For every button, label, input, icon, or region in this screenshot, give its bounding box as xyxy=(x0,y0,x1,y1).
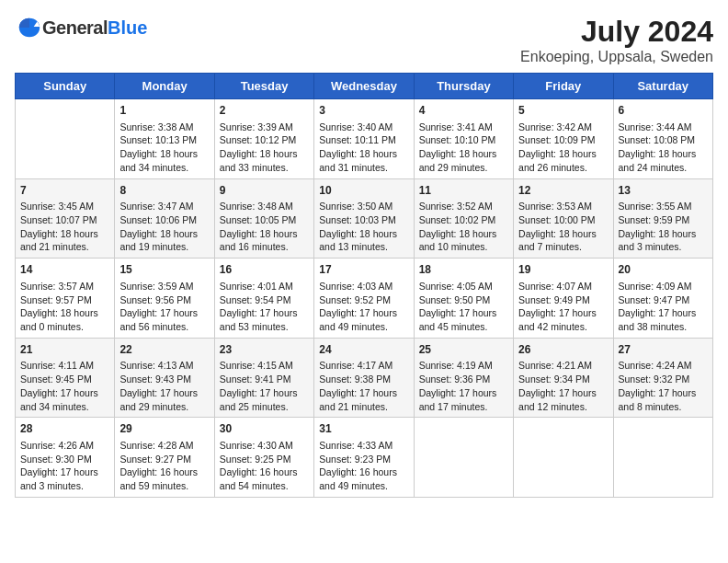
daylight-text: Daylight: 17 hours and 42 minutes. xyxy=(518,306,608,333)
sunset-text: Sunset: 9:49 PM xyxy=(518,293,608,307)
sunrise-text: Sunrise: 3:55 AM xyxy=(619,200,708,213)
calendar-cell: 6Sunrise: 3:44 AMSunset: 10:08 PMDayligh… xyxy=(613,99,712,179)
calendar-cell xyxy=(16,99,115,179)
day-number: 4 xyxy=(419,103,508,119)
sunrise-text: Sunrise: 4:07 AM xyxy=(518,280,608,293)
calendar-cell: 24Sunrise: 4:17 AMSunset: 9:38 PMDayligh… xyxy=(314,338,414,418)
sunrise-text: Sunrise: 3:40 AM xyxy=(319,121,408,134)
sunrise-text: Sunrise: 4:09 AM xyxy=(619,280,708,293)
sunset-text: Sunset: 9:43 PM xyxy=(119,373,209,386)
weekday-header-tuesday: Tuesday xyxy=(214,74,313,99)
calendar-cell: 25Sunrise: 4:19 AMSunset: 9:36 PMDayligh… xyxy=(414,338,513,418)
sunrise-text: Sunrise: 4:05 AM xyxy=(419,280,508,293)
calendar-cell: 29Sunrise: 4:28 AMSunset: 9:27 PMDayligh… xyxy=(115,418,214,498)
day-number: 5 xyxy=(518,103,608,119)
daylight-text: Daylight: 18 hours and 34 minutes. xyxy=(119,147,209,174)
day-number: 16 xyxy=(220,262,309,278)
day-number: 11 xyxy=(419,183,508,199)
daylight-text: Daylight: 18 hours and 31 minutes. xyxy=(319,147,408,174)
sunset-text: Sunset: 10:08 PM xyxy=(619,133,708,147)
sunset-text: Sunset: 10:12 PM xyxy=(220,133,309,147)
calendar-week-1: 1Sunrise: 3:38 AMSunset: 10:13 PMDayligh… xyxy=(16,99,713,179)
daylight-text: Daylight: 17 hours and 8 minutes. xyxy=(619,386,708,413)
sunset-text: Sunset: 9:32 PM xyxy=(619,373,708,386)
calendar-cell: 7Sunrise: 3:45 AMSunset: 10:07 PMDayligh… xyxy=(16,178,115,259)
day-number: 18 xyxy=(419,262,508,278)
sunrise-text: Sunrise: 3:52 AM xyxy=(419,200,508,213)
calendar-cell: 30Sunrise: 4:30 AMSunset: 9:25 PMDayligh… xyxy=(214,418,313,498)
calendar-week-4: 21Sunrise: 4:11 AMSunset: 9:45 PMDayligh… xyxy=(16,338,713,418)
calendar-body: 1Sunrise: 3:38 AMSunset: 10:13 PMDayligh… xyxy=(16,99,713,498)
daylight-text: Daylight: 17 hours and 29 minutes. xyxy=(119,386,209,413)
day-number: 19 xyxy=(518,262,608,278)
day-number: 9 xyxy=(220,183,309,199)
calendar-cell: 14Sunrise: 3:57 AMSunset: 9:57 PMDayligh… xyxy=(16,259,115,339)
calendar-cell xyxy=(414,418,513,498)
weekday-header-sunday: Sunday xyxy=(16,74,115,99)
weekday-header-friday: Friday xyxy=(514,74,613,99)
sunrise-text: Sunrise: 4:11 AM xyxy=(20,359,109,373)
calendar-cell: 28Sunrise: 4:26 AMSunset: 9:30 PMDayligh… xyxy=(16,418,115,498)
sunrise-text: Sunrise: 4:26 AM xyxy=(20,439,109,453)
sunset-text: Sunset: 9:50 PM xyxy=(419,293,508,307)
day-number: 28 xyxy=(20,421,109,437)
calendar-cell: 17Sunrise: 4:03 AMSunset: 9:52 PMDayligh… xyxy=(314,259,414,339)
sunset-text: Sunset: 10:13 PM xyxy=(119,133,209,147)
sunset-text: Sunset: 10:06 PM xyxy=(119,213,209,227)
day-number: 2 xyxy=(220,103,309,119)
sunset-text: Sunset: 9:23 PM xyxy=(319,453,408,466)
day-number: 22 xyxy=(119,342,209,358)
sunrise-text: Sunrise: 3:47 AM xyxy=(119,200,209,213)
daylight-text: Daylight: 17 hours and 53 minutes. xyxy=(220,306,309,333)
calendar-cell: 22Sunrise: 4:13 AMSunset: 9:43 PMDayligh… xyxy=(115,338,214,418)
daylight-text: Daylight: 17 hours and 17 minutes. xyxy=(419,386,508,413)
sunrise-text: Sunrise: 3:38 AM xyxy=(119,121,209,134)
sunrise-text: Sunrise: 3:59 AM xyxy=(119,280,209,293)
month-title: July 2024 xyxy=(520,15,713,49)
calendar-week-2: 7Sunrise: 3:45 AMSunset: 10:07 PMDayligh… xyxy=(16,178,713,259)
weekday-header-row: SundayMondayTuesdayWednesdayThursdayFrid… xyxy=(16,74,713,99)
header: GeneralBlue July 2024 Enkoeping, Uppsala… xyxy=(15,15,713,65)
title-area: July 2024 Enkoeping, Uppsala, Sweden xyxy=(520,15,713,65)
day-number: 30 xyxy=(220,421,309,437)
sunrise-text: Sunrise: 4:03 AM xyxy=(319,280,408,293)
calendar-cell xyxy=(613,418,712,498)
location-title: Enkoeping, Uppsala, Sweden xyxy=(520,49,713,65)
daylight-text: Daylight: 16 hours and 59 minutes. xyxy=(119,465,209,492)
daylight-text: Daylight: 17 hours and 45 minutes. xyxy=(419,306,508,333)
calendar-cell: 12Sunrise: 3:53 AMSunset: 10:00 PMDaylig… xyxy=(514,178,613,259)
sunrise-text: Sunrise: 3:45 AM xyxy=(20,200,109,213)
daylight-text: Daylight: 18 hours and 29 minutes. xyxy=(419,147,508,174)
sunset-text: Sunset: 9:54 PM xyxy=(220,293,309,307)
daylight-text: Daylight: 17 hours and 12 minutes. xyxy=(518,386,608,413)
calendar-cell: 18Sunrise: 4:05 AMSunset: 9:50 PMDayligh… xyxy=(414,259,513,339)
calendar-cell: 13Sunrise: 3:55 AMSunset: 9:59 PMDayligh… xyxy=(613,178,712,259)
sunrise-text: Sunrise: 3:39 AM xyxy=(220,121,309,134)
daylight-text: Daylight: 18 hours and 19 minutes. xyxy=(119,227,209,254)
sunrise-text: Sunrise: 3:48 AM xyxy=(220,200,309,213)
calendar-cell: 9Sunrise: 3:48 AMSunset: 10:05 PMDayligh… xyxy=(214,178,313,259)
sunset-text: Sunset: 9:59 PM xyxy=(619,213,708,227)
day-number: 15 xyxy=(119,262,209,278)
sunrise-text: Sunrise: 4:19 AM xyxy=(419,359,508,373)
sunset-text: Sunset: 9:36 PM xyxy=(419,373,508,386)
day-number: 14 xyxy=(20,262,109,278)
day-number: 13 xyxy=(619,183,708,199)
sunset-text: Sunset: 10:11 PM xyxy=(319,133,408,147)
day-number: 6 xyxy=(619,103,708,119)
sunset-text: Sunset: 10:05 PM xyxy=(220,213,309,227)
day-number: 17 xyxy=(319,262,408,278)
logo-icon xyxy=(17,15,42,40)
calendar-cell: 3Sunrise: 3:40 AMSunset: 10:11 PMDayligh… xyxy=(314,99,414,179)
sunset-text: Sunset: 9:52 PM xyxy=(319,293,408,307)
sunset-text: Sunset: 9:57 PM xyxy=(20,293,109,307)
sunrise-text: Sunrise: 4:15 AM xyxy=(220,359,309,373)
sunrise-text: Sunrise: 4:17 AM xyxy=(319,359,408,373)
daylight-text: Daylight: 18 hours and 7 minutes. xyxy=(518,227,608,254)
calendar-table: SundayMondayTuesdayWednesdayThursdayFrid… xyxy=(15,73,713,498)
day-number: 25 xyxy=(419,342,508,358)
day-number: 23 xyxy=(220,342,309,358)
daylight-text: Daylight: 17 hours and 38 minutes. xyxy=(619,306,708,333)
day-number: 7 xyxy=(20,183,109,199)
sunrise-text: Sunrise: 4:24 AM xyxy=(619,359,708,373)
